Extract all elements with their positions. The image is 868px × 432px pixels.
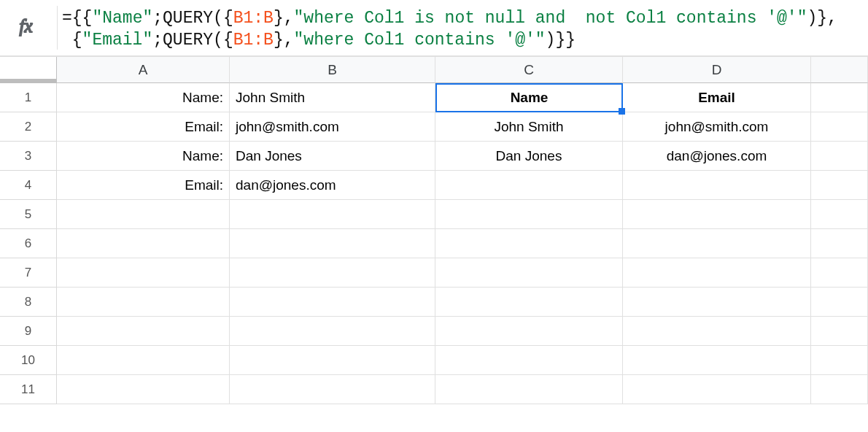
row-header-1[interactable]: 1 xyxy=(0,83,57,112)
cell-C11[interactable] xyxy=(435,375,623,404)
cell-C8[interactable] xyxy=(435,288,623,317)
row-header-8[interactable]: 8 xyxy=(0,288,57,317)
cell-E1[interactable] xyxy=(811,83,868,112)
row-2: 2 Email: john@smith.com John Smith john@… xyxy=(0,112,868,142)
cell-D8[interactable] xyxy=(623,288,811,317)
cell-C1[interactable]: Name xyxy=(435,83,623,112)
col-header-D[interactable]: D xyxy=(623,57,811,83)
col-header-C[interactable]: C xyxy=(435,57,623,83)
col-header-A[interactable]: A xyxy=(57,57,230,83)
cell-E9[interactable] xyxy=(811,317,868,346)
cell-C3[interactable]: Dan Jones xyxy=(435,142,623,171)
cell-A4[interactable]: Email: xyxy=(57,171,230,200)
cell-A5[interactable] xyxy=(57,200,230,229)
cell-D1[interactable]: Email xyxy=(623,83,811,112)
row-header-3[interactable]: 3 xyxy=(0,142,57,171)
row-8: 8 xyxy=(0,288,868,317)
row-11: 11 xyxy=(0,375,868,404)
cell-E3[interactable] xyxy=(811,142,868,171)
cell-D10[interactable] xyxy=(623,346,811,375)
cell-A6[interactable] xyxy=(57,229,230,258)
cell-D11[interactable] xyxy=(623,375,811,404)
cell-A10[interactable] xyxy=(57,346,230,375)
col-header-B[interactable]: B xyxy=(230,57,435,83)
row-3: 3 Name: Dan Jones Dan Jones dan@jones.co… xyxy=(0,142,868,171)
cell-D3[interactable]: dan@jones.com xyxy=(623,142,811,171)
cell-A9[interactable] xyxy=(57,317,230,346)
cell-E2[interactable] xyxy=(811,112,868,142)
cell-A3[interactable]: Name: xyxy=(57,142,230,171)
cell-D2[interactable]: john@smith.com xyxy=(623,112,811,142)
cell-E4[interactable] xyxy=(811,171,868,200)
cell-A7[interactable] xyxy=(57,258,230,288)
cell-D4[interactable] xyxy=(623,171,811,200)
cell-D6[interactable] xyxy=(623,229,811,258)
row-6: 6 xyxy=(0,229,868,258)
cell-A8[interactable] xyxy=(57,288,230,317)
cell-D5[interactable] xyxy=(623,200,811,229)
cell-C10[interactable] xyxy=(435,346,623,375)
cell-E8[interactable] xyxy=(811,288,868,317)
formula-bar: fx ={{"Name";QUERY({B1:B},"where Col1 is… xyxy=(0,0,868,56)
row-4: 4 Email: dan@jones.com xyxy=(0,171,868,200)
row-header-2[interactable]: 2 xyxy=(0,112,57,142)
cell-B3[interactable]: Dan Jones xyxy=(230,142,435,171)
formula-divider xyxy=(57,6,58,50)
cell-B11[interactable] xyxy=(230,375,435,404)
row-1: 1 Name: John Smith Name Email xyxy=(0,83,868,112)
cell-E6[interactable] xyxy=(811,229,868,258)
row-9: 9 xyxy=(0,317,868,346)
row-10: 10 xyxy=(0,346,868,375)
column-header-row: A B C D xyxy=(0,57,868,83)
row-header-6[interactable]: 6 xyxy=(0,229,57,258)
cell-C2[interactable]: John Smith xyxy=(435,112,623,142)
row-7: 7 xyxy=(0,258,868,288)
cell-C9[interactable] xyxy=(435,317,623,346)
select-all-corner[interactable] xyxy=(0,57,57,83)
cell-B4[interactable]: dan@jones.com xyxy=(230,171,435,200)
fx-icon[interactable]: fx xyxy=(0,4,57,48)
row-5: 5 xyxy=(0,200,868,229)
row-header-7[interactable]: 7 xyxy=(0,258,57,288)
cell-B5[interactable] xyxy=(230,200,435,229)
row-header-4[interactable]: 4 xyxy=(0,171,57,200)
row-header-9[interactable]: 9 xyxy=(0,317,57,346)
row-header-10[interactable]: 10 xyxy=(0,346,57,375)
cell-A2[interactable]: Email: xyxy=(57,112,230,142)
cell-C6[interactable] xyxy=(435,229,623,258)
cell-E11[interactable] xyxy=(811,375,868,404)
cell-D9[interactable] xyxy=(623,317,811,346)
cell-B10[interactable] xyxy=(230,346,435,375)
col-header-E[interactable] xyxy=(811,57,868,83)
cell-C5[interactable] xyxy=(435,200,623,229)
cell-D7[interactable] xyxy=(623,258,811,288)
cell-E5[interactable] xyxy=(811,200,868,229)
spreadsheet-grid: A B C D 1 Name: John Smith Name Email 2 … xyxy=(0,56,868,404)
cell-B7[interactable] xyxy=(230,258,435,288)
cell-B9[interactable] xyxy=(230,317,435,346)
cell-E7[interactable] xyxy=(811,258,868,288)
cell-A1[interactable]: Name: xyxy=(57,83,230,112)
cell-B8[interactable] xyxy=(230,288,435,317)
cell-A11[interactable] xyxy=(57,375,230,404)
row-header-11[interactable]: 11 xyxy=(0,375,57,404)
cell-B1[interactable]: John Smith xyxy=(230,83,435,112)
cell-B6[interactable] xyxy=(230,229,435,258)
formula-input[interactable]: ={{"Name";QUERY({B1:B},"where Col1 is no… xyxy=(62,4,837,51)
cell-E10[interactable] xyxy=(811,346,868,375)
cell-B2[interactable]: john@smith.com xyxy=(230,112,435,142)
row-header-5[interactable]: 5 xyxy=(0,200,57,229)
cell-C4[interactable] xyxy=(435,171,623,200)
cell-C7[interactable] xyxy=(435,258,623,288)
svg-text:fx: fx xyxy=(20,16,33,36)
